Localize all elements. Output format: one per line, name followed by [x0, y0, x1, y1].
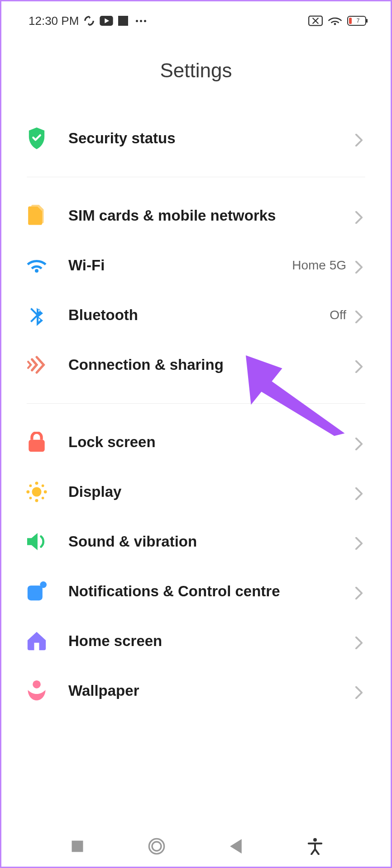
chevron-right-icon [355, 261, 364, 270]
settings-item-sound-vibration[interactable]: Sound & vibration [14, 517, 378, 566]
sync-icon [83, 15, 95, 27]
wifi-icon [26, 255, 48, 276]
settings-item-wifi[interactable]: Wi-Fi Home 5G [14, 241, 378, 290]
notifications-icon [26, 580, 48, 602]
svg-point-23 [313, 838, 317, 842]
chevron-right-icon [355, 211, 364, 220]
item-label: Bluetooth [68, 307, 330, 324]
chevron-right-icon [355, 587, 364, 596]
svg-point-10 [35, 499, 38, 502]
item-label: Connection & sharing [68, 356, 355, 373]
sim-card-icon [26, 205, 48, 226]
settings-item-display[interactable]: Display [14, 467, 378, 517]
status-right: 7 [308, 15, 368, 26]
item-label: Notifications & Control centre [68, 583, 355, 600]
home-icon [26, 630, 48, 652]
settings-item-bluetooth[interactable]: Bluetooth Off [14, 290, 378, 340]
shield-check-icon [26, 127, 48, 149]
battery-icon: 7 [347, 16, 368, 26]
svg-rect-4 [366, 19, 368, 23]
bluetooth-icon [26, 304, 48, 326]
settings-list: Security status SIM cards & mobile netwo… [1, 113, 391, 716]
chevron-right-icon [355, 311, 364, 320]
svg-point-14 [42, 485, 44, 487]
divider [27, 403, 365, 404]
nav-home-icon[interactable] [147, 836, 167, 856]
square-icon [118, 15, 129, 26]
svg-point-22 [152, 842, 161, 851]
item-label: Lock screen [68, 434, 355, 451]
svg-rect-17 [28, 585, 43, 600]
time: 12:30 PM [29, 14, 79, 28]
settings-item-home-screen[interactable]: Home screen [14, 616, 378, 666]
status-bar: 12:30 PM 7 [1, 1, 391, 37]
speaker-icon [26, 531, 48, 552]
chevron-right-icon [355, 360, 364, 369]
svg-rect-1 [118, 16, 128, 26]
svg-point-11 [26, 491, 29, 494]
item-label: Display [68, 483, 355, 500]
wifi-icon [328, 15, 342, 26]
connection-sharing-icon [26, 354, 48, 376]
sun-icon [26, 481, 48, 503]
svg-point-9 [35, 481, 38, 485]
svg-rect-5 [349, 18, 352, 24]
sim-disabled-icon [308, 15, 323, 26]
settings-item-wallpaper[interactable]: Wallpaper [14, 666, 378, 716]
item-label: Wallpaper [68, 682, 355, 699]
chevron-right-icon [355, 438, 364, 447]
flower-icon [26, 680, 48, 702]
chevron-right-icon [355, 134, 364, 143]
item-value: Off [330, 308, 346, 322]
navigation-bar [1, 826, 391, 867]
page-title: Settings [1, 59, 391, 82]
nav-back-icon[interactable] [226, 836, 246, 856]
chevron-right-icon [355, 537, 364, 546]
svg-point-12 [44, 491, 47, 494]
item-value: Home 5G [292, 258, 346, 273]
item-label: Wi-Fi [68, 257, 292, 274]
nav-recent-icon[interactable] [67, 836, 87, 856]
item-label: Security status [68, 130, 355, 147]
settings-item-sim-cards[interactable]: SIM cards & mobile networks [14, 191, 378, 241]
chevron-right-icon [355, 686, 364, 695]
item-label: SIM cards & mobile networks [68, 207, 355, 224]
settings-item-lock-screen[interactable]: Lock screen [14, 417, 378, 467]
svg-point-18 [40, 581, 47, 588]
lock-icon [26, 431, 48, 453]
youtube-icon [100, 16, 113, 26]
item-label: Home screen [68, 632, 355, 650]
more-notifications-icon [136, 20, 146, 22]
status-left: 12:30 PM [29, 14, 146, 28]
nav-accessibility-icon[interactable] [305, 836, 325, 856]
divider [27, 177, 365, 177]
svg-point-13 [29, 485, 32, 487]
settings-item-notifications[interactable]: Notifications & Control centre [14, 566, 378, 616]
item-label: Sound & vibration [68, 533, 355, 550]
svg-point-16 [42, 497, 44, 500]
svg-rect-20 [72, 841, 83, 852]
svg-text:7: 7 [357, 18, 360, 24]
svg-point-19 [33, 680, 41, 689]
svg-rect-7 [29, 440, 44, 452]
svg-point-15 [29, 497, 32, 500]
settings-item-connection-sharing[interactable]: Connection & sharing [14, 340, 378, 390]
chevron-right-icon [355, 637, 364, 646]
chevron-right-icon [355, 487, 364, 496]
svg-point-8 [32, 487, 41, 496]
settings-item-security-status[interactable]: Security status [14, 113, 378, 163]
